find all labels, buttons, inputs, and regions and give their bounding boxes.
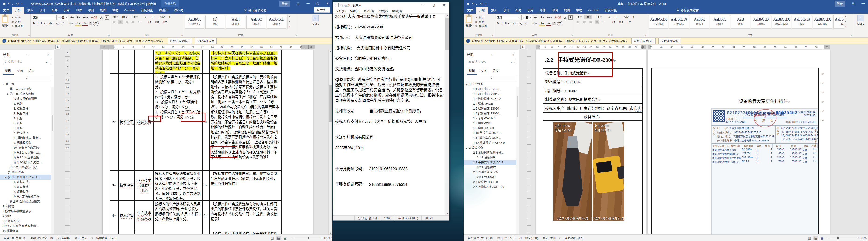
cell-score[interactable] [203,231,210,235]
dialog-launcher-icon[interactable]: ⇲ [108,34,110,37]
chevron-down-icon[interactable]: ⌄ [489,53,495,56]
save-icon[interactable]: ▣ [3,2,6,5]
menu-item[interactable]: 格式(O) [362,9,376,13]
enclose-char-button[interactable]: 字 [93,21,99,26]
notepad-text-area[interactable]: 2025年大庆油田二级物资集中招标丢手接头等一般试采工具招标编号：2025WZG… [333,13,445,216]
print-layout-icon[interactable]: ▤ [276,236,281,240]
bold-button[interactable]: B [496,22,499,25]
nav-heading-item[interactable]: 2.3 直读光谱仪-V-5 [464,170,519,175]
nav-heading-item[interactable]: 10 质量保证 [0,229,54,233]
change-case-button[interactable]: Aa▾ [82,16,89,19]
learn-more-button[interactable]: 了解详细信息 [658,38,680,44]
search-input[interactable] [3,60,44,64]
tell-me-tab[interactable]: 操作说明搜索 [241,7,269,13]
nav-heading-item[interactable]: 第三章 评标办法（综... [0,165,54,170]
underline-button[interactable]: U ▾ [40,22,46,25]
italic-button[interactable]: I [37,22,39,25]
undo-icon[interactable]: ↶ ⌄ [472,2,477,5]
nav-heading-item[interactable]: 1.9 磨床-GS320 [464,126,519,131]
dialog-launcher-icon[interactable]: ⇲ [571,34,574,37]
style-chip[interactable]: AaBl 标题 1 [226,15,245,29]
cell-review-type[interactable] [119,50,135,73]
equipment-photo-right[interactable]: 北纬 39°39东经 121°54 大连市 大连华科机械有限公司 [593,122,624,221]
cell-index[interactable]: 3 [110,171,119,201]
numbering-button[interactable]: 1≡ ▾ [584,15,592,19]
distribute-button[interactable]: ⇿ [601,20,605,24]
nav-heading-item[interactable]: ◢ 第一卷 [0,82,54,87]
expand-triangle-icon[interactable]: ◢ [466,82,467,87]
change-case-button[interactable]: Aa▾ [546,16,553,19]
ribbon-tab[interactable]: 设计 [36,7,49,13]
cell-requirement[interactable]: 【投标文件中需提供连续有效的由人社部门出具的职称证书及社保缴费凭证，相关人员应与… [210,201,281,231]
superscript-button[interactable]: x² [524,22,528,25]
document-page-2[interactable]: 设备购置发票原件扫描件↵ ↵↵ ↵↵ ↵↵ 021022200104 机器编号：… [648,50,830,235]
nav-heading-item[interactable]: ◢ 1 生产设备 [464,82,519,87]
minimize-button[interactable]: — [303,0,313,7]
invoice-scan[interactable]: 021022200104 机器编号： 667217212940 大连增值税普通发… [711,109,818,235]
share-button[interactable]: 共享▾ [314,7,330,12]
styles-down-icon[interactable]: ▼ [288,21,290,23]
notepad-titlebar[interactable]: *无标题 - 记事本 — ▢ ✕ [333,2,449,8]
strikethrough-button[interactable]: abc [48,22,54,25]
menu-item[interactable]: 文件(F) [334,9,347,13]
justify-button[interactable]: ☰ [595,20,599,24]
nav-heading-item[interactable]: 10. 需要补充的其他... [0,145,54,150]
paste-button[interactable]: 粘贴▾ [2,15,8,27]
distribute-button[interactable]: ⇿ [137,20,142,24]
ribbon-tab[interactable]: 帮助 [109,7,121,13]
menu-item[interactable]: 查看(V) [376,9,390,13]
nav-heading-item[interactable]: 1.4 锯床-G4028 [464,101,519,106]
bullets-button[interactable]: •≡ ▾ [576,15,583,19]
cell-score[interactable]: 3 [203,74,210,170]
search-icon[interactable]: ⌕ [44,60,50,64]
ribbon-tab[interactable]: 视图 [97,7,109,13]
para-shading-button[interactable]: ▨▾ [154,20,160,24]
shrink-font-button[interactable]: A˅ [76,16,81,19]
para-shading-button[interactable]: ▨▾ [618,20,624,24]
text-effects-button[interactable]: Ⓐ▾ [531,21,538,26]
ribbon-tab[interactable]: 审阅 [85,7,97,13]
page-indicator[interactable]: 第 45 页, 共 83 页 [1,236,28,240]
style-chip[interactable]: （1） 标题 [205,15,225,29]
word-count[interactable]: 31/18266 个字 [495,236,518,240]
minimize-button[interactable]: — [418,2,429,8]
nav-heading-item[interactable]: 2.1.1 设备照片 [464,155,519,160]
cell-scoring-rule[interactable]: 2 分，满分 2 分； 6、投标人具备 1 台“电脑自动控制、自动记录热处理曲线… [154,50,203,73]
copy-button[interactable]: ⧉ 复制 [11,20,23,24]
nav-heading-item[interactable]: 1.3 数控铣床-XA6132 [464,96,519,101]
notepad-scrollbar[interactable]: ▲ ▼ [445,13,449,216]
word-count[interactable]: 4/40509 个字 [28,236,50,240]
styles-up-icon[interactable]: ▲ [845,16,846,18]
align-center-button[interactable]: ☰ [582,20,586,24]
close-icon[interactable]: ✕ [510,53,516,56]
page-indicator[interactable]: 第 230 页, 共 525 页 [465,236,495,240]
nav-heading-item[interactable]: 2.1 无损探伤检测设备... [464,150,519,155]
superscript-button[interactable]: x² [60,22,65,25]
ribbon-tab[interactable]: 文件 [464,7,476,13]
find-icon[interactable]: ⌕ [312,15,319,22]
nav-tab[interactable]: 标题 [3,67,13,74]
language-indicator[interactable]: 中文(中国) [523,236,540,240]
ribbon-tab[interactable]: 表设计 [156,7,171,13]
nav-tab[interactable]: 页面 [478,67,489,74]
styles-more-icon[interactable]: ⊽ [845,26,846,28]
search-input[interactable] [467,60,509,64]
show-marks-button[interactable]: ¶ [632,15,635,19]
cell-scoring-rule[interactable]: 投标人的生产技术研发人员具备高级技术职称(专业必须与招标项目相关)的人员 2 名… [154,201,203,231]
nav-heading-item[interactable]: 1.5 摇臂钻床-Z3050... [464,106,519,111]
web-layout-icon[interactable]: ▦ [820,236,825,240]
highlight-color-button[interactable]: ab▾ [539,22,545,25]
nav-heading-item[interactable]: 9.1 验收方式: [0,219,54,224]
vertical-ruler[interactable] [527,50,531,235]
nav-heading-item[interactable]: 9.2买方应在货到后确定验... [0,224,54,229]
maximize-button[interactable]: ▢ [313,0,322,7]
dialog-launcher-icon[interactable]: ⇲ [850,34,852,37]
nav-heading-item[interactable]: 6. 评标 [0,126,54,131]
ribbon-tab[interactable]: 百度网盘 [601,7,620,13]
font-size-combo[interactable]: 小五▾ [58,15,68,20]
font-name-combo[interactable]: 宋体▾ [496,15,521,20]
qat-customize-icon[interactable]: ⹀ [21,2,22,5]
language-indicator[interactable]: 英语(美国) [54,236,72,240]
cell-score[interactable]: 2 [203,201,210,231]
undo-icon[interactable]: ↶ ⌄ [8,2,14,5]
